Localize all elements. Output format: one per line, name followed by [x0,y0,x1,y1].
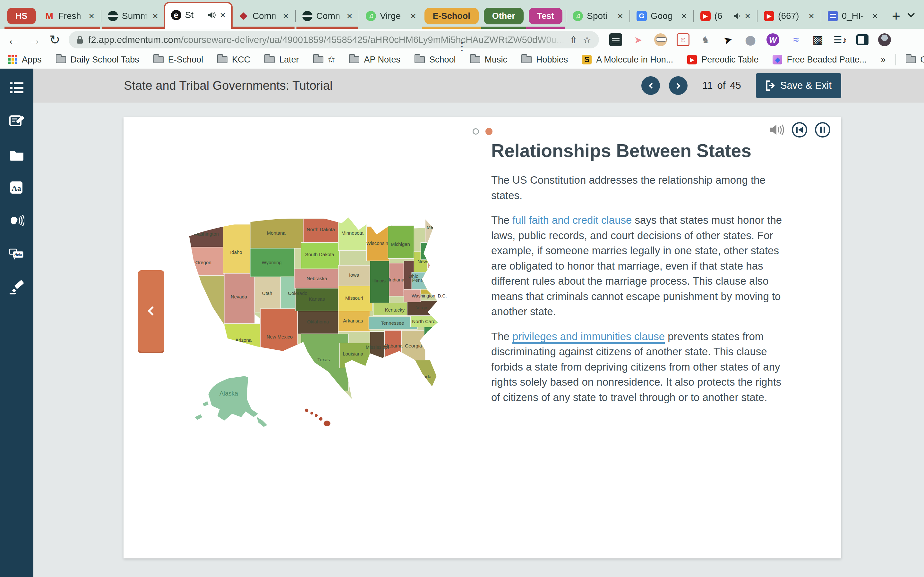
bookmark-beaded-patterns[interactable]: ◆ Free Beaded Patte... [772,55,867,65]
tab-group-label[interactable]: Other [484,8,523,24]
shield-extension-icon[interactable]: ⬤ [744,33,757,46]
playlist-extension-icon[interactable]: ☰♪ [834,33,846,46]
forward-button[interactable]: → [28,33,41,46]
tab-youtube-2[interactable]: ▶ (667) × [758,5,820,29]
creature-extension-icon[interactable]: ♞ [699,33,712,46]
svg-text:Oregon: Oregon [195,259,212,265]
close-icon[interactable]: × [152,11,158,21]
tab-separator [630,10,630,22]
full-faith-credit-link[interactable]: full faith and credit clause [512,214,632,227]
reload-button[interactable]: ↻ [49,33,60,46]
speaker-icon[interactable] [769,124,784,136]
tab-virge[interactable]: ♫ Virge × [360,5,422,29]
close-icon[interactable]: × [809,11,814,21]
bookmark-folder-ap-notes[interactable]: AP Notes [349,55,401,65]
bookmark-star-icon[interactable]: ☆ [583,34,591,45]
tab-comn-globe[interactable]: Comn × [296,5,359,29]
sidebar-item-contents[interactable] [9,80,24,95]
tab-youtube-1[interactable]: ▶ (6 × [695,5,756,29]
svg-text:Indiana: Indiana [389,277,405,282]
edmentum-icon: e [171,10,181,20]
sidebar-item-notes[interactable] [9,113,24,129]
bookmark-folder-hobbies[interactable]: Hobbies [521,55,568,65]
lesson-title: State and Tribal Governments: Tutorial [124,79,333,93]
close-icon[interactable]: × [617,11,623,21]
sidebar-item-read-aloud[interactable] [9,213,24,229]
sidebar-item-resources[interactable] [9,147,24,162]
apps-shortcut[interactable]: Apps [8,55,42,65]
arrow-extension-icon[interactable]: ➤ [632,33,645,46]
next-page-button[interactable] [669,76,688,95]
bookmark-folder-school[interactable]: School [415,55,456,65]
tab-audio-icon[interactable] [733,13,741,19]
calculator-extension-icon[interactable] [609,33,622,46]
tab-group-label[interactable]: E-School [425,8,479,24]
bookmark-folder-kcc[interactable]: KCC [217,55,250,65]
tab-group-test[interactable]: Test [526,5,565,29]
tab-goog[interactable]: G Goog × [631,5,693,29]
other-bookmarks[interactable]: Other Bookmarks [906,55,924,65]
privileges-immunities-link[interactable]: privileges and immunities clause [512,330,665,343]
tab-group-label[interactable]: Test [529,8,563,24]
close-icon[interactable]: × [681,11,687,21]
sidebar-item-translate[interactable]: Hola [9,247,24,262]
wordtune-extension-icon[interactable]: W [766,33,779,46]
close-icon[interactable]: × [347,11,352,21]
pause-audio-button[interactable] [815,122,830,137]
prev-page-button[interactable] [641,76,660,95]
save-exit-button[interactable]: Save & Exit [756,73,841,98]
slide-dot-1[interactable] [473,128,479,135]
bookmark-molecule[interactable]: S A Molecule in Hon... [582,55,673,65]
extensions-puzzle-icon[interactable]: ▩ [811,33,824,46]
tab-group-eschool[interactable]: E-School [422,5,481,29]
new-tab-button[interactable]: + [884,8,909,24]
close-icon[interactable]: × [872,11,878,21]
svg-text:Pennsylvania: Pennsylvania [412,277,441,283]
sticker-extension-icon[interactable]: ☺ [677,33,690,46]
tab-active-state-tutorial[interactable]: e St × [164,2,233,29]
bookmark-folder-star[interactable]: ✩ [313,55,335,65]
tab-group-hs[interactable]: HS [5,5,39,29]
bookmark-folder-music[interactable]: Music [470,55,507,65]
globe-icon [108,11,118,21]
close-icon[interactable]: × [283,11,289,21]
tab-spoti[interactable]: ♫ Spoti × [567,5,629,29]
tab-audio-icon[interactable] [208,11,216,19]
restart-audio-button[interactable] [792,122,807,137]
close-icon[interactable]: × [745,11,751,21]
tab-group-label[interactable]: HS [7,8,36,24]
bookmark-folder-daily-school-tabs[interactable]: Daily School Tabs [56,55,139,65]
lock-icon[interactable] [76,35,83,44]
address-bar[interactable]: f2.app.edmentum.com/courseware-delivery/… [69,31,599,48]
bookmarks-overflow-chevron[interactable]: » [881,55,886,65]
sidebar-item-highlighter[interactable] [9,280,24,295]
tab-search-chevron-icon[interactable] [909,11,919,18]
close-icon[interactable]: × [410,11,416,21]
sidebar-item-dictionary[interactable]: Aa [9,180,24,195]
previous-slide-button[interactable] [138,270,164,351]
bookmark-periodic-table[interactable]: ▶ Pereodic Table [687,55,758,65]
profile-avatar[interactable] [878,33,891,46]
face-sunglasses-extension-icon[interactable] [654,33,667,46]
svg-text:Aa: Aa [11,184,21,192]
tab-separator [757,10,758,22]
close-icon[interactable]: × [89,11,95,21]
wave-extension-icon[interactable]: ≈ [789,33,802,46]
close-icon[interactable]: × [220,10,226,20]
tab-comn-crest[interactable]: ❖ Comn × [233,5,294,29]
side-panel-icon[interactable] [856,34,869,45]
tab-summ[interactable]: Summ × [102,5,164,29]
slide-dot-2-active[interactable] [485,128,493,135]
tab-group-other[interactable]: Other [481,5,526,29]
alaska-shape: Alaska [195,376,267,427]
bookmark-folder-later[interactable]: Later [264,55,299,65]
back-button[interactable]: ← [7,33,20,46]
svg-text:Utah: Utah [262,290,272,296]
share-icon[interactable]: ⇧ [569,34,577,45]
cursor-extension-icon[interactable]: ➤ [720,32,736,48]
svg-text:Kansas: Kansas [309,296,325,301]
tab-forms[interactable]: 0_HI- × [822,5,884,29]
folder-icon [415,56,425,63]
bookmark-folder-eschool[interactable]: E-School [153,55,204,65]
tab-fresh[interactable]: M Fresh × [39,5,100,29]
